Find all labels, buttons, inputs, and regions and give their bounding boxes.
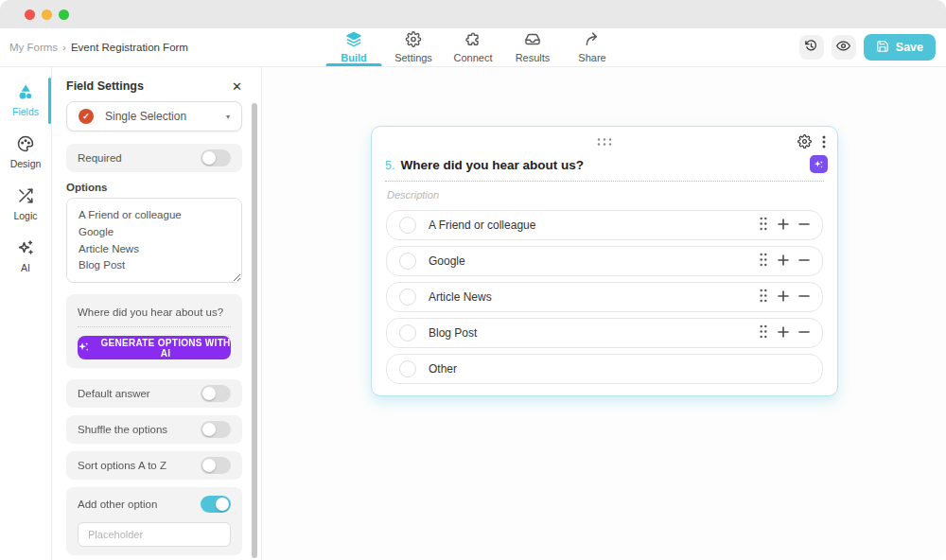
close-icon[interactable]: ✕ bbox=[232, 80, 242, 93]
option-label[interactable]: Blog Post bbox=[429, 326, 477, 340]
titlebar bbox=[0, 0, 946, 28]
option-label[interactable]: Google bbox=[429, 254, 465, 268]
option-label[interactable]: Article News bbox=[429, 290, 492, 304]
question-text[interactable]: Where did you hear about us? bbox=[400, 158, 584, 172]
add-option-icon[interactable] bbox=[778, 217, 789, 234]
required-toggle[interactable] bbox=[201, 149, 231, 166]
save-button[interactable]: Save bbox=[864, 34, 936, 61]
tab-share[interactable]: Share bbox=[563, 28, 622, 66]
default-answer-row: Default answer bbox=[66, 379, 242, 408]
option-drag-handle-icon[interactable] bbox=[759, 217, 768, 235]
shuffle-options-label: Shuffle the options bbox=[78, 424, 167, 435]
tab-settings[interactable]: Settings bbox=[384, 28, 444, 66]
radio-icon[interactable] bbox=[399, 217, 416, 234]
floppy-icon bbox=[876, 40, 889, 56]
option-label[interactable]: Other bbox=[429, 362, 457, 376]
question-description-placeholder[interactable]: Description bbox=[385, 189, 824, 201]
tab-results[interactable]: Results bbox=[503, 28, 563, 66]
option-drag-handle-icon[interactable] bbox=[759, 289, 768, 306]
default-answer-toggle[interactable] bbox=[201, 385, 231, 402]
history-button[interactable] bbox=[799, 35, 824, 60]
header-actions: Save bbox=[799, 28, 936, 66]
sidebar-item-logic[interactable]: Logic bbox=[0, 179, 51, 231]
remove-option-icon[interactable] bbox=[798, 253, 810, 270]
share-arrow-icon bbox=[585, 31, 601, 49]
panel-title: Field Settings bbox=[66, 79, 144, 93]
default-answer-label: Default answer bbox=[78, 388, 150, 399]
sidebar-item-label: AI bbox=[21, 262, 30, 273]
ai-assistant-chip[interactable] bbox=[810, 155, 828, 173]
options-label: Options bbox=[66, 182, 242, 193]
kebab-menu-icon[interactable] bbox=[822, 135, 826, 152]
tab-label: Build bbox=[341, 52, 367, 63]
breadcrumb-parent-link[interactable]: My Forms bbox=[9, 42, 58, 53]
add-option-icon[interactable] bbox=[778, 324, 789, 341]
tab-build[interactable]: Build bbox=[324, 28, 384, 66]
left-rail: Fields Design Logic AI bbox=[0, 67, 52, 560]
generate-options-label: GENERATE OPTIONS WITH AI bbox=[100, 338, 231, 359]
sparkles-icon bbox=[78, 341, 90, 355]
sidebar-item-design[interactable]: Design bbox=[0, 127, 51, 179]
add-option-icon[interactable] bbox=[778, 253, 789, 270]
zoom-window-button[interactable] bbox=[59, 9, 69, 20]
field-type-dropdown[interactable]: ✓ Single Selection ▾ bbox=[66, 101, 242, 131]
check-circle-icon: ✓ bbox=[79, 109, 94, 124]
option-row[interactable]: Article News bbox=[386, 282, 823, 312]
add-option-icon[interactable] bbox=[778, 289, 789, 306]
main-tabs: Build Settings Connect Results Share bbox=[324, 28, 622, 66]
sidebar-item-ai[interactable]: AI bbox=[0, 231, 51, 283]
option-row[interactable]: Blog Post bbox=[386, 318, 823, 348]
remove-option-icon[interactable] bbox=[798, 324, 810, 341]
radio-icon[interactable] bbox=[399, 360, 416, 377]
sort-options-row: Sort options A to Z bbox=[66, 451, 242, 480]
ai-generator-card: Where did you hear about us? GENERATE OP… bbox=[66, 294, 242, 368]
preview-button[interactable] bbox=[832, 35, 856, 60]
shuffle-icon bbox=[17, 187, 34, 206]
panel-scrollbar[interactable] bbox=[252, 103, 257, 558]
gear-icon bbox=[406, 31, 422, 49]
sort-options-label: Sort options A to Z bbox=[78, 460, 166, 471]
breadcrumb-separator: › bbox=[62, 42, 66, 53]
options-textarea[interactable]: A Friend or colleague Google Article New… bbox=[66, 198, 242, 283]
breadcrumb: My Forms › Event Registration Form bbox=[9, 28, 188, 66]
question-settings-gear-icon[interactable] bbox=[797, 134, 812, 152]
radio-icon[interactable] bbox=[399, 289, 416, 306]
option-drag-handle-icon[interactable] bbox=[759, 324, 768, 342]
option-row-other[interactable]: Other bbox=[386, 354, 823, 384]
sparkles-icon bbox=[814, 156, 824, 173]
radio-icon[interactable] bbox=[399, 324, 416, 341]
header: My Forms › Event Registration Form Build… bbox=[0, 28, 946, 67]
sidebar-item-label: Fields bbox=[12, 106, 39, 117]
add-other-option-toggle[interactable] bbox=[201, 496, 231, 513]
shuffle-options-toggle[interactable] bbox=[201, 421, 231, 438]
question-title-row[interactable]: 5. Where did you hear about us? bbox=[385, 158, 824, 182]
radio-icon[interactable] bbox=[399, 253, 416, 270]
required-label: Required bbox=[78, 152, 122, 164]
sidebar-item-label: Design bbox=[10, 158, 42, 169]
remove-option-icon[interactable] bbox=[798, 217, 810, 234]
tab-label: Settings bbox=[394, 52, 432, 63]
app-window: My Forms › Event Registration Form Build… bbox=[0, 0, 946, 560]
history-icon bbox=[804, 39, 818, 57]
tab-connect[interactable]: Connect bbox=[444, 28, 503, 66]
add-other-option-label: Add other option bbox=[78, 499, 157, 510]
option-row[interactable]: Google bbox=[386, 246, 823, 276]
puzzle-icon bbox=[465, 31, 482, 49]
option-drag-handle-icon[interactable] bbox=[759, 253, 768, 271]
question-card[interactable]: 5. Where did you hear about us? Descript… bbox=[371, 126, 838, 396]
sidebar-item-fields[interactable]: Fields bbox=[0, 75, 51, 127]
option-row[interactable]: A Friend or colleague bbox=[386, 210, 823, 240]
chevron-down-icon: ▾ bbox=[226, 113, 230, 121]
close-window-button[interactable] bbox=[25, 9, 35, 20]
sort-options-toggle[interactable] bbox=[201, 457, 231, 474]
other-option-placeholder-input[interactable] bbox=[78, 522, 231, 547]
drag-handle-icon[interactable] bbox=[597, 137, 612, 147]
minimize-window-button[interactable] bbox=[42, 9, 52, 20]
palette-icon bbox=[17, 135, 34, 154]
option-label[interactable]: A Friend or colleague bbox=[429, 219, 535, 232]
sidebar-item-label: Logic bbox=[13, 210, 37, 221]
sparkles-icon bbox=[17, 239, 34, 258]
generate-options-with-ai-button[interactable]: GENERATE OPTIONS WITH AI bbox=[78, 336, 231, 359]
tab-label: Results bbox=[516, 52, 551, 63]
remove-option-icon[interactable] bbox=[798, 289, 810, 306]
